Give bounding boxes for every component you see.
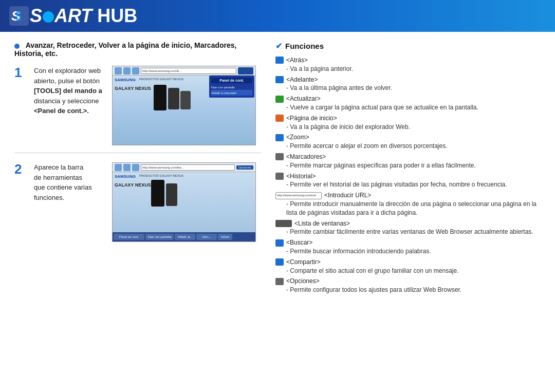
checkmark-icon: ✔ — [275, 41, 282, 51]
step-1-text: Con el explorador web abierto, pulse el … — [34, 66, 106, 116]
func-desc-lista: Permite cambiar fácilmente entre varias … — [286, 228, 541, 236]
browser-toolbar-2: http://www.samsung.com/kw... Opciones — [113, 163, 255, 172]
func-name-url: http://www.samsung.com/us/ <Introducir U… — [275, 191, 541, 200]
func-icon-buscar — [275, 239, 284, 247]
step-1-number: 1 — [14, 66, 27, 145]
func-icon-zoom — [275, 134, 284, 141]
step-1: 1 Con el explorador web abierto, pulse e… — [14, 66, 261, 153]
main-content: Avanzar, Retroceder, Volver a la página … — [0, 32, 555, 392]
func-desc-adelante: Va a la última página antes de volver. — [286, 84, 541, 92]
func-item-compartir: <Compartir> Comparte el sitio actual con… — [275, 258, 541, 275]
step-2-image: http://www.samsung.com/kw... Opciones SA… — [112, 162, 256, 242]
smart-hub-icon: S — [9, 6, 29, 26]
func-desc-inicio: Va a la página de inicio del explorador … — [286, 123, 541, 132]
func-desc-marcadores: Permite marcar páginas específicas para … — [286, 161, 541, 170]
func-desc-atras: Va a la página anterior. — [286, 65, 541, 73]
func-item-zoom: <Zoom> Permite acercar o alejar el zoom … — [275, 133, 541, 151]
logo: S SART HUB — [9, 5, 137, 27]
step-2: 2 Aparece la barra de herramientas que c… — [14, 162, 261, 249]
func-name-marcadores: <Marcadores> — [275, 153, 541, 161]
step-2-number: 2 — [14, 162, 27, 242]
func-item-lista: <Lista de ventanas> Permite cambiar fáci… — [275, 219, 541, 237]
intro-text: Avanzar, Retroceder, Volver a la página … — [14, 41, 236, 58]
func-item-inicio: <Página de inicio> Va a la página de ini… — [275, 114, 541, 132]
func-desc-historial: Permite ver el historial de las páginas … — [286, 180, 541, 189]
func-item-adelante: <Adelante> Va a la última página antes d… — [275, 76, 541, 93]
func-icon-marcadores — [275, 153, 284, 160]
logo-hub-text: HUB — [97, 5, 137, 27]
funciones-label: Funciones — [285, 42, 324, 50]
step-1-image: http://www.samsung.com/k... SAMSUNG PROD… — [112, 66, 256, 145]
func-desc-actualizar: Vuelve a cargar la página actual para qu… — [286, 103, 541, 112]
func-icon-atras — [275, 57, 284, 64]
section-intro: Avanzar, Retroceder, Volver a la página … — [14, 41, 261, 58]
func-name-buscar: <Buscar> — [275, 238, 541, 247]
func-name-inicio: <Página de inicio> — [275, 114, 541, 123]
func-icon-url: http://www.samsung.com/us/ — [275, 192, 322, 199]
browser-url-2: http://www.samsung.com/kw... — [141, 164, 235, 171]
func-icon-compartir — [275, 258, 284, 266]
logo-smart-text: SART — [30, 5, 92, 27]
func-icon-opciones — [275, 278, 284, 285]
func-desc-buscar: Permite buscar información introduciendo… — [286, 247, 541, 256]
func-icon-inicio — [275, 115, 284, 122]
browser-toolbar-1: http://www.samsung.com/k... — [113, 66, 255, 76]
func-name-zoom: <Zoom> — [275, 133, 541, 142]
step-2-text: Aparece la barra de herramientas que con… — [34, 162, 106, 202]
func-name-actualizar: <Actualizar> — [275, 95, 541, 103]
func-item-atras: <Atrás> Va a la página anterior. — [275, 56, 541, 73]
func-icon-historial — [275, 173, 284, 180]
svg-marker-2 — [16, 11, 21, 21]
func-item-url: http://www.samsung.com/us/ <Introducir U… — [275, 191, 541, 217]
func-item-opciones: <Opciones> Permite configurar todos los … — [275, 277, 541, 294]
func-name-adelante: <Adelante> — [275, 76, 541, 84]
left-column: Avanzar, Retroceder, Volver a la página … — [14, 41, 261, 387]
funciones-list: <Atrás> Va a la página anterior. <Adelan… — [275, 56, 541, 294]
func-desc-url: Permite introducir manualmente la direcc… — [286, 200, 541, 217]
func-icon-actualizar — [275, 96, 284, 103]
func-icon-lista — [275, 220, 292, 227]
func-name-atras: <Atrás> — [275, 56, 541, 65]
browser-url-1: http://www.samsung.com/k... — [141, 68, 236, 74]
func-name-historial: <Historial> — [275, 172, 541, 181]
func-desc-opciones: Permite configurar todos los ajustes par… — [286, 286, 541, 294]
func-name-lista: <Lista de ventanas> — [275, 219, 541, 228]
funciones-title: ✔ Funciones — [275, 41, 541, 51]
browser-content-1: SAMSUNG PRODUCTOS GALAXY NEXUS GALAXY NE… — [113, 76, 255, 145]
func-desc-compartir: Comparte el sitio actual con el grupo fa… — [286, 267, 541, 275]
func-item-historial: <Historial> Permite ver el historial de … — [275, 172, 541, 190]
func-desc-zoom: Permite acercar o alejar el zoom en dive… — [286, 142, 541, 151]
step-2-content: Aparece la barra de herramientas que con… — [34, 162, 256, 242]
func-icon-adelante — [275, 76, 284, 83]
step-1-content: Con el explorador web abierto, pulse el … — [34, 66, 256, 145]
func-item-actualizar: <Actualizar> Vuelve a cargar la página a… — [275, 95, 541, 112]
func-name-compartir: <Compartir> — [275, 258, 541, 267]
right-column: ✔ Funciones <Atrás> Va a la página anter… — [275, 41, 541, 387]
bullet-icon — [14, 44, 20, 49]
func-item-buscar: <Buscar> Permite buscar información intr… — [275, 238, 541, 256]
func-name-opciones: <Opciones> — [275, 277, 541, 286]
header: S SART HUB — [0, 0, 555, 32]
func-item-marcadores: <Marcadores> Permite marcar páginas espe… — [275, 153, 541, 170]
